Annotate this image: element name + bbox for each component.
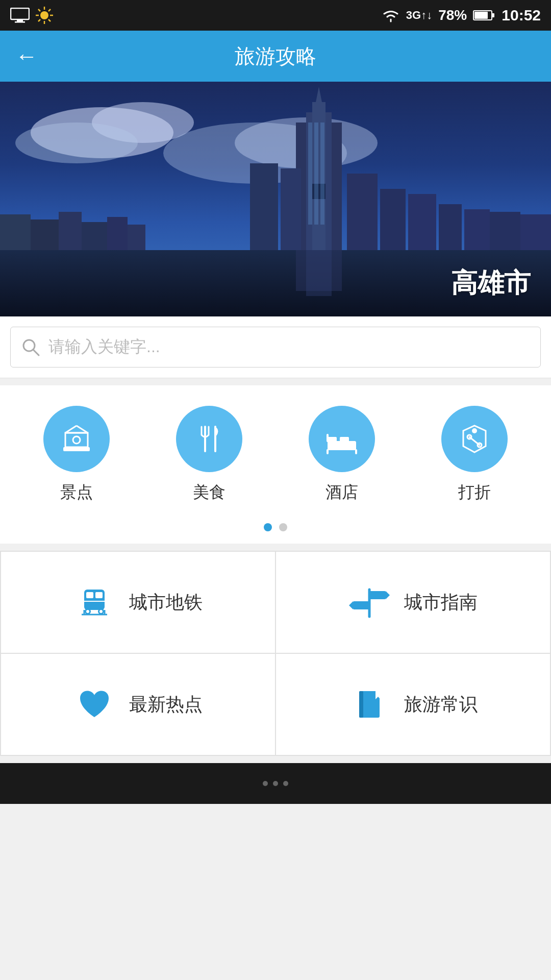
svg-rect-22: [0, 214, 31, 250]
svg-rect-61: [340, 437, 349, 443]
svg-rect-0: [11, 8, 29, 19]
back-button[interactable]: ←: [15, 43, 38, 69]
svg-rect-34: [314, 122, 318, 225]
svg-marker-82: [386, 591, 390, 599]
city-name: 高雄市: [451, 265, 531, 301]
bottom-dot-1: [263, 781, 268, 786]
search-section: 请输入关键字...: [0, 316, 551, 378]
svg-rect-23: [31, 219, 59, 250]
hotspot-label: 最新热点: [129, 692, 203, 717]
svg-line-11: [38, 19, 40, 21]
svg-rect-2: [15, 21, 25, 23]
weather-icon: [35, 6, 54, 25]
grid-knowledge[interactable]: 旅游常识: [276, 653, 550, 755]
guide-icon: [349, 582, 390, 623]
svg-line-10: [48, 9, 51, 11]
category-icon-meishi: [176, 406, 242, 472]
svg-point-65: [472, 428, 477, 433]
status-right: 3G↑↓ 78% 10:52: [382, 7, 541, 24]
grid-metro[interactable]: 城市地铁: [1, 551, 276, 653]
pagination-dots: [0, 514, 551, 544]
category-row: 景点 美食: [10, 406, 541, 504]
signal-text: 3G↑↓: [406, 9, 432, 22]
svg-point-3: [40, 11, 48, 19]
category-icon-jingdian: [43, 406, 110, 472]
svg-point-76: [99, 610, 103, 613]
svg-rect-35: [320, 122, 324, 225]
search-icon: [21, 337, 40, 357]
category-section: 景点 美食: [0, 385, 551, 514]
guide-label: 城市指南: [404, 590, 478, 615]
svg-point-53: [73, 436, 80, 444]
svg-rect-83: [353, 601, 369, 609]
battery-icon: [473, 9, 495, 21]
svg-point-18: [15, 122, 138, 163]
svg-rect-70: [86, 592, 93, 598]
search-placeholder[interactable]: 请输入关键字...: [48, 336, 160, 358]
battery-percent: 78%: [438, 7, 467, 23]
category-label-jingdian: 景点: [60, 481, 93, 504]
category-meishi[interactable]: 美食: [153, 406, 265, 504]
svg-rect-38: [347, 174, 378, 250]
category-dazhe[interactable]: 打折: [418, 406, 531, 504]
bottom-grid: 城市地铁 城市指南 最新热点: [0, 551, 551, 756]
svg-rect-40: [408, 194, 436, 250]
svg-line-51: [65, 426, 77, 433]
wifi-icon: [382, 8, 400, 22]
svg-rect-27: [128, 225, 145, 250]
svg-rect-37: [281, 168, 301, 250]
svg-rect-33: [308, 122, 312, 225]
page-title: 旅游攻略: [235, 42, 316, 70]
heart-icon: [74, 684, 115, 725]
svg-rect-81: [369, 591, 386, 599]
svg-rect-1: [17, 19, 23, 21]
svg-rect-46: [306, 250, 332, 296]
svg-rect-50: [65, 433, 88, 447]
svg-rect-86: [359, 691, 363, 718]
dot-1[interactable]: [264, 523, 272, 531]
time-display: 10:52: [502, 7, 541, 24]
status-bar: 3G↑↓ 78% 10:52: [0, 0, 551, 31]
svg-rect-14: [492, 13, 494, 17]
svg-rect-24: [59, 212, 82, 250]
bottom-dot-2: [273, 781, 278, 786]
svg-line-8: [38, 9, 40, 11]
svg-rect-41: [439, 204, 462, 250]
category-label-dazhe: 打折: [458, 481, 491, 504]
category-icon-jiudian: [309, 406, 375, 472]
svg-point-74: [86, 610, 89, 613]
metro-label: 城市地铁: [129, 590, 203, 615]
category-jiudian[interactable]: 酒店: [286, 406, 398, 504]
svg-rect-42: [464, 209, 490, 250]
svg-rect-26: [107, 217, 128, 250]
svg-line-9: [48, 19, 51, 21]
svg-line-52: [77, 426, 88, 433]
bottom-dot-3: [283, 781, 288, 786]
category-label-meishi: 美食: [193, 481, 226, 504]
status-left: [10, 6, 54, 25]
svg-rect-39: [380, 189, 406, 250]
category-label-jiudian: 酒店: [325, 481, 358, 504]
nav-bar: ← 旅游攻略: [0, 31, 551, 82]
svg-rect-60: [328, 437, 337, 443]
category-icon-dazhe: [441, 406, 508, 472]
grid-guide[interactable]: 城市指南: [276, 551, 550, 653]
svg-line-48: [33, 350, 39, 355]
hero-image: 高雄市: [0, 82, 551, 316]
svg-rect-13: [474, 12, 488, 19]
metro-icon: [74, 582, 115, 623]
knowledge-label: 旅游常识: [404, 692, 478, 717]
svg-marker-84: [349, 601, 353, 609]
search-box[interactable]: 请输入关键字...: [10, 327, 541, 368]
bottom-bar: [0, 763, 551, 804]
svg-rect-36: [250, 163, 278, 250]
svg-rect-44: [520, 214, 551, 250]
svg-rect-71: [95, 592, 103, 598]
svg-rect-43: [490, 212, 520, 250]
screen-icon: [10, 8, 30, 23]
dot-2[interactable]: [279, 523, 287, 531]
grid-hotspot[interactable]: 最新热点: [1, 653, 276, 755]
category-jingdian[interactable]: 景点: [20, 406, 133, 504]
svg-rect-25: [82, 222, 107, 250]
book-icon: [349, 684, 390, 725]
